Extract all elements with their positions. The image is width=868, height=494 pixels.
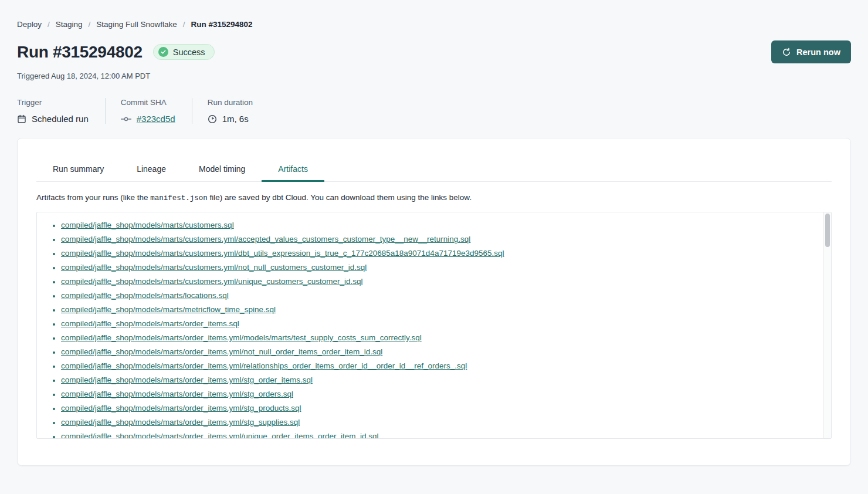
breadcrumb-item-environment[interactable]: Staging Full Snowflake <box>96 20 177 29</box>
artifact-list-item: compiled/jaffle_shop/models/marts/custom… <box>61 263 813 272</box>
page-title: Run #315294802 <box>17 43 143 62</box>
artifact-list-item: compiled/jaffle_shop/models/marts/custom… <box>61 277 813 286</box>
status-badge-label: Success <box>173 48 205 57</box>
meta-commit-sha: Commit SHA #323cd5d <box>105 98 192 124</box>
artifact-list-item: compiled/jaffle_shop/models/marts/order_… <box>61 375 813 384</box>
artifact-file-link[interactable]: compiled/jaffle_shop/models/marts/custom… <box>61 249 504 258</box>
artifact-file-link[interactable]: compiled/jaffle_shop/models/marts/locati… <box>61 291 229 300</box>
meta-trigger: Trigger Scheduled run <box>17 98 105 124</box>
meta-trigger-label: Trigger <box>17 98 89 107</box>
breadcrumb-current-run: Run #315294802 <box>191 20 252 29</box>
git-commit-icon <box>121 116 131 123</box>
tab-model-timing[interactable]: Model timing <box>182 158 262 181</box>
scrollbar-track[interactable] <box>823 212 831 438</box>
artifact-file-link[interactable]: compiled/jaffle_shop/models/marts/custom… <box>61 221 234 229</box>
refresh-icon <box>782 48 791 57</box>
artifact-list-item: compiled/jaffle_shop/models/marts/order_… <box>61 418 813 427</box>
commit-sha-link[interactable]: #323cd5d <box>137 114 175 124</box>
run-meta: Trigger Scheduled run Commit SHA #323cd5… <box>17 98 851 124</box>
artifact-list-item: compiled/jaffle_shop/models/marts/order_… <box>61 319 813 328</box>
meta-commit-label: Commit SHA <box>121 98 175 107</box>
artifact-file-link[interactable]: compiled/jaffle_shop/models/marts/order_… <box>61 432 379 439</box>
clock-icon <box>208 114 217 124</box>
triggered-timestamp: Triggered Aug 18, 2024, 12:00 AM PDT <box>17 72 851 80</box>
meta-duration-label: Run duration <box>208 98 253 107</box>
breadcrumb: Deploy / Staging / Staging Full Snowflak… <box>17 20 851 29</box>
meta-trigger-value: Scheduled run <box>32 114 89 124</box>
calendar-icon <box>17 114 26 124</box>
artifact-file-link[interactable]: compiled/jaffle_shop/models/marts/order_… <box>61 361 467 370</box>
artifacts-list: compiled/jaffle_shop/models/marts/custom… <box>37 221 831 439</box>
breadcrumb-separator: / <box>48 20 50 29</box>
artifact-list-item: compiled/jaffle_shop/models/marts/custom… <box>61 221 813 229</box>
artifact-list-item: compiled/jaffle_shop/models/marts/order_… <box>61 404 813 412</box>
artifact-list-item: compiled/jaffle_shop/models/marts/locati… <box>61 291 813 300</box>
run-detail-page: Deploy / Staging / Staging Full Snowflak… <box>0 0 868 466</box>
artifact-file-link[interactable]: compiled/jaffle_shop/models/marts/order_… <box>61 375 313 384</box>
artifact-file-link[interactable]: compiled/jaffle_shop/models/marts/order_… <box>61 347 382 356</box>
artifact-list-item: compiled/jaffle_shop/models/marts/order_… <box>61 432 813 439</box>
scrollbar-thumb[interactable] <box>825 214 830 247</box>
meta-duration-value: 1m, 6s <box>222 114 249 124</box>
artifact-file-link[interactable]: compiled/jaffle_shop/models/marts/custom… <box>61 263 367 272</box>
run-detail-card: Run summary Lineage Model timing Artifac… <box>17 138 851 466</box>
artifact-list-item: compiled/jaffle_shop/models/marts/order_… <box>61 390 813 398</box>
breadcrumb-item-deploy[interactable]: Deploy <box>17 20 42 29</box>
artifact-file-link[interactable]: compiled/jaffle_shop/models/marts/order_… <box>61 418 300 427</box>
artifact-file-link[interactable]: compiled/jaffle_shop/models/marts/metric… <box>61 305 276 314</box>
breadcrumb-item-staging[interactable]: Staging <box>56 20 83 29</box>
tab-bar: Run summary Lineage Model timing Artifac… <box>36 158 832 182</box>
artifact-file-link[interactable]: compiled/jaffle_shop/models/marts/order_… <box>61 404 301 412</box>
artifact-file-link[interactable]: compiled/jaffle_shop/models/marts/custom… <box>61 277 362 286</box>
artifacts-list-container: compiled/jaffle_shop/models/marts/custom… <box>36 212 832 439</box>
artifact-list-item: compiled/jaffle_shop/models/marts/order_… <box>61 361 813 370</box>
meta-run-duration: Run duration 1m, 6s <box>192 98 269 124</box>
artifact-list-item: compiled/jaffle_shop/models/marts/custom… <box>61 249 813 258</box>
success-check-icon <box>158 47 168 57</box>
tab-artifacts[interactable]: Artifacts <box>262 158 324 182</box>
artifact-list-item: compiled/jaffle_shop/models/marts/order_… <box>61 333 813 342</box>
artifact-list-item: compiled/jaffle_shop/models/marts/metric… <box>61 305 813 314</box>
tab-run-summary[interactable]: Run summary <box>36 158 120 181</box>
artifact-file-link[interactable]: compiled/jaffle_shop/models/marts/order_… <box>61 319 239 328</box>
artifact-file-link[interactable]: compiled/jaffle_shop/models/marts/custom… <box>61 235 470 243</box>
status-badge: Success <box>153 44 215 60</box>
breadcrumb-separator: / <box>183 20 185 29</box>
manifest-json-code: manifest.json <box>150 194 208 202</box>
breadcrumb-separator: / <box>89 20 91 29</box>
artifact-list-item: compiled/jaffle_shop/models/marts/custom… <box>61 235 813 243</box>
artifact-file-link[interactable]: compiled/jaffle_shop/models/marts/order_… <box>61 333 422 342</box>
artifacts-description: Artifacts from your runs (like the manif… <box>36 193 832 202</box>
tab-lineage[interactable]: Lineage <box>120 158 182 181</box>
rerun-now-button[interactable]: Rerun now <box>771 40 851 63</box>
artifact-file-link[interactable]: compiled/jaffle_shop/models/marts/order_… <box>61 390 293 398</box>
run-header: Run #315294802 Success Rerun now <box>17 40 851 63</box>
artifact-list-item: compiled/jaffle_shop/models/marts/order_… <box>61 347 813 356</box>
